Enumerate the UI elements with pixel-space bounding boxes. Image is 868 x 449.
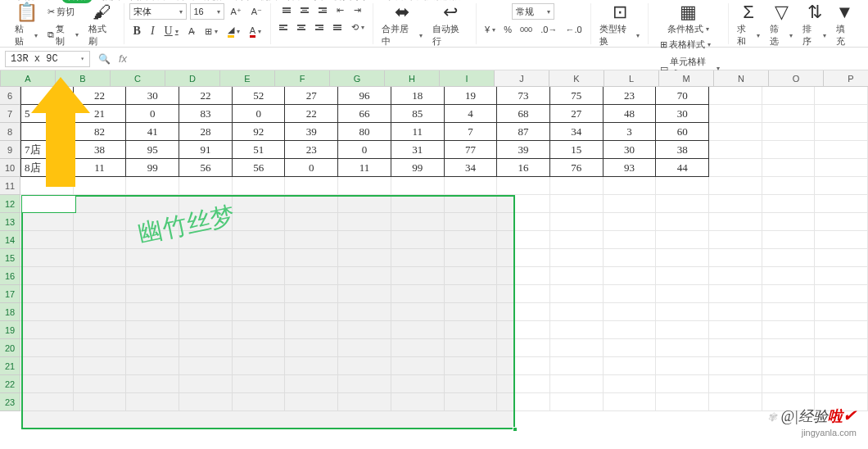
cell-G19[interactable] xyxy=(338,321,391,339)
cell-O15[interactable] xyxy=(762,249,816,267)
cell-P7[interactable] xyxy=(815,105,868,123)
cell-I11[interactable] xyxy=(445,177,498,195)
cell-M8[interactable]: 60 xyxy=(656,123,709,141)
cell-M21[interactable] xyxy=(656,357,709,375)
cell-H16[interactable] xyxy=(391,267,445,285)
cell-B13[interactable] xyxy=(74,213,127,231)
cell-A22[interactable] xyxy=(20,375,74,393)
cell-A9[interactable]: 7店 xyxy=(20,141,74,159)
column-header-G[interactable]: G xyxy=(330,70,385,87)
currency-button[interactable]: ¥▾ xyxy=(481,23,499,36)
cell-J20[interactable] xyxy=(497,339,550,357)
cell-M19[interactable] xyxy=(656,321,709,339)
cell-K10[interactable]: 76 xyxy=(550,159,604,177)
format-painter-icon[interactable]: 🖌 xyxy=(93,3,111,21)
cell-O20[interactable] xyxy=(762,339,816,357)
cell-B10[interactable]: 11 xyxy=(74,159,127,177)
cell-E12[interactable] xyxy=(233,195,286,213)
cell-M9[interactable]: 38 xyxy=(656,141,709,159)
cell-E15[interactable] xyxy=(233,249,286,267)
cell-P6[interactable] xyxy=(815,87,868,105)
cell-O10[interactable] xyxy=(762,159,816,177)
cell-I6[interactable]: 19 xyxy=(445,87,498,105)
type-convert-icon[interactable]: ⊡ xyxy=(613,3,627,21)
cell-K23[interactable] xyxy=(550,393,604,411)
cell-O21[interactable] xyxy=(762,357,816,375)
cell-K16[interactable] xyxy=(550,267,604,285)
cell-N22[interactable] xyxy=(709,375,762,393)
cell-B7[interactable]: 21 xyxy=(74,105,127,123)
cell-G23[interactable] xyxy=(338,393,391,411)
cell-M16[interactable] xyxy=(656,267,709,285)
cell-D23[interactable] xyxy=(179,393,233,411)
increase-font-button[interactable]: A⁺ xyxy=(228,5,245,19)
cell-I20[interactable] xyxy=(445,339,498,357)
column-header-B[interactable]: B xyxy=(56,70,111,87)
italic-button[interactable]: I xyxy=(147,23,158,39)
font-color-button[interactable]: A▾ xyxy=(246,24,264,39)
cell-E6[interactable]: 52 xyxy=(233,87,286,105)
cell-P23[interactable] xyxy=(815,393,868,411)
cell-F9[interactable]: 23 xyxy=(285,141,338,159)
fill-handle[interactable] xyxy=(513,427,518,432)
cell-J15[interactable] xyxy=(497,249,550,267)
cell-B19[interactable] xyxy=(74,321,127,339)
cell-E22[interactable] xyxy=(233,375,286,393)
row-header-22[interactable]: 22 xyxy=(0,375,20,393)
cell-K21[interactable] xyxy=(550,357,604,375)
cell-P16[interactable] xyxy=(815,267,868,285)
cell-F23[interactable] xyxy=(285,393,338,411)
cell-L16[interactable] xyxy=(604,267,657,285)
cell-M7[interactable]: 30 xyxy=(656,105,709,123)
cell-J11[interactable] xyxy=(497,177,550,195)
cell-I12[interactable] xyxy=(445,195,498,213)
cell-B8[interactable]: 82 xyxy=(74,123,127,141)
cell-B17[interactable] xyxy=(74,285,127,303)
cell-I10[interactable]: 34 xyxy=(445,159,498,177)
undo-icon[interactable]: ⎌ xyxy=(46,0,52,1)
row-header-17[interactable]: 17 xyxy=(0,285,20,303)
cell-H15[interactable] xyxy=(391,249,445,267)
cell-J23[interactable] xyxy=(497,393,550,411)
cell-L14[interactable] xyxy=(604,231,657,249)
cell-K8[interactable]: 34 xyxy=(550,123,604,141)
column-header-O[interactable]: O xyxy=(769,70,824,87)
cell-L8[interactable]: 3 xyxy=(604,123,657,141)
cell-F21[interactable] xyxy=(285,357,338,375)
cell-I7[interactable]: 4 xyxy=(445,105,498,123)
sort-icon[interactable]: ⇅ xyxy=(807,3,822,21)
cell-F17[interactable] xyxy=(285,285,338,303)
indent-decrease-button[interactable]: ⇤ xyxy=(333,3,347,17)
orientation-button[interactable]: ⟲▾ xyxy=(348,20,368,34)
cell-A11[interactable] xyxy=(20,177,74,195)
cell-A6[interactable] xyxy=(20,87,74,105)
cell-C12[interactable] xyxy=(126,195,179,213)
formula-input[interactable] xyxy=(135,51,863,67)
cell-P17[interactable] xyxy=(815,285,868,303)
format-painter-button[interactable]: 格式刷 xyxy=(85,21,118,49)
increase-decimal-button[interactable]: .0→ xyxy=(537,23,560,36)
cell-J6[interactable]: 73 xyxy=(497,87,550,105)
align-top-button[interactable] xyxy=(279,6,294,15)
cell-P13[interactable] xyxy=(815,213,868,231)
cell-D13[interactable] xyxy=(179,213,233,231)
tab-dev[interactable]: 开发工具 xyxy=(287,0,323,2)
cell-P15[interactable] xyxy=(815,249,868,267)
cell-N21[interactable] xyxy=(709,357,762,375)
cell-F11[interactable] xyxy=(285,177,338,195)
cell-K14[interactable] xyxy=(550,231,604,249)
cell-B12[interactable] xyxy=(74,195,127,213)
row-header-12[interactable]: 12 xyxy=(0,195,20,213)
column-header-A[interactable]: A xyxy=(1,70,56,87)
cond-format-icon[interactable]: ▦ xyxy=(680,3,697,21)
cell-B11[interactable] xyxy=(74,177,127,195)
cell-O6[interactable] xyxy=(762,87,816,105)
cell-B23[interactable] xyxy=(74,393,127,411)
cell-L19[interactable] xyxy=(604,321,657,339)
sum-icon[interactable]: Σ xyxy=(743,3,754,21)
tab-data[interactable]: 数据 xyxy=(204,0,222,2)
cell-O23[interactable] xyxy=(762,393,816,411)
cell-D17[interactable] xyxy=(179,285,233,303)
row-header-9[interactable]: 9 xyxy=(0,141,20,159)
cell-E8[interactable]: 92 xyxy=(233,123,286,141)
